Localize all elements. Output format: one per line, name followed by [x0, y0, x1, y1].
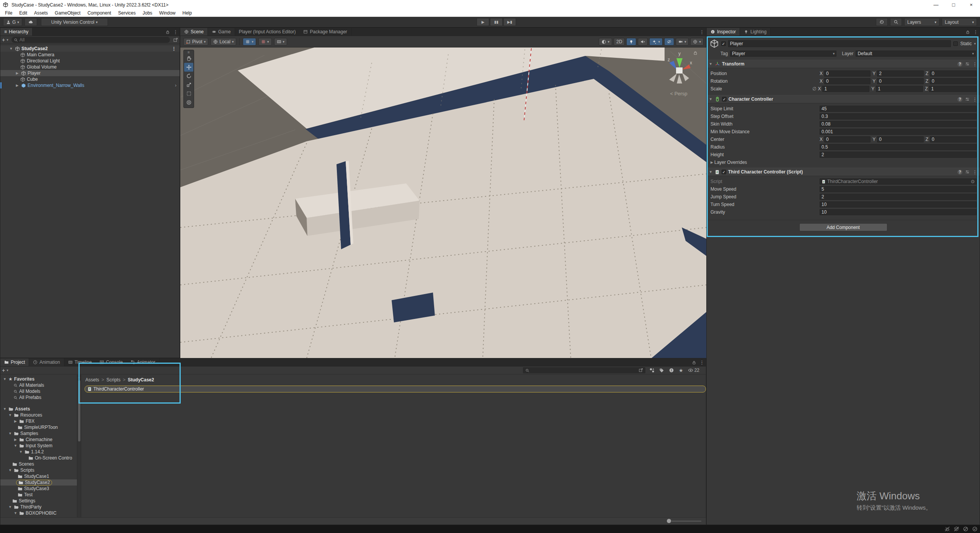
- step-offset-field[interactable]: 0.3: [820, 113, 977, 119]
- static-checkbox[interactable]: [953, 41, 958, 46]
- tree-scrollbar[interactable]: ▲: [77, 375, 81, 517]
- jump-speed-field[interactable]: 2: [820, 194, 977, 200]
- project-search[interactable]: [523, 367, 645, 373]
- scrollbar-handle[interactable]: [78, 380, 80, 441]
- search-by-type-icon[interactable]: [649, 368, 655, 373]
- presets-icon[interactable]: [965, 170, 970, 174]
- global-search-button[interactable]: [890, 18, 902, 26]
- cloud-button[interactable]: [24, 18, 37, 26]
- scale-tool[interactable]: [184, 80, 193, 89]
- menu-component[interactable]: Component: [84, 10, 114, 16]
- component-enabled-checkbox[interactable]: ✓: [722, 170, 726, 174]
- tree-1-14-2[interactable]: ▼1.14.2: [0, 449, 77, 455]
- static-flags-caret[interactable]: ▾: [974, 42, 976, 46]
- account-button[interactable]: G ▾: [3, 18, 22, 26]
- tree-settings[interactable]: Settings: [0, 498, 77, 504]
- open-new-window-icon[interactable]: [639, 368, 643, 373]
- center-z-field[interactable]: 0: [930, 136, 977, 142]
- tree-samples[interactable]: ▼Samples: [0, 430, 77, 437]
- hierarchy-search-input[interactable]: [20, 37, 168, 43]
- hierarchy-item-global-volume[interactable]: Global Volume: [0, 64, 180, 70]
- menu-help[interactable]: Help: [179, 10, 196, 16]
- help-icon[interactable]: ?: [957, 170, 962, 175]
- transform-header[interactable]: ▼ Transform ? ⋮: [707, 60, 980, 68]
- help-icon[interactable]: ?: [957, 97, 962, 102]
- tree-test[interactable]: Test: [0, 492, 77, 498]
- rotation-z-field[interactable]: 0: [930, 78, 977, 84]
- debugger-detached-icon[interactable]: [944, 526, 950, 532]
- tree-fbx[interactable]: ▶FBX: [0, 418, 77, 424]
- layout-dropdown[interactable]: Layout ▾: [942, 18, 977, 26]
- restore-button[interactable]: □: [945, 0, 962, 10]
- kebab-menu-icon[interactable]: ⋮: [972, 169, 977, 175]
- scene-canvas[interactable]: [180, 47, 707, 358]
- shading-mode-dropdown[interactable]: ▾: [599, 38, 612, 46]
- skin-width-field[interactable]: 0.08: [820, 121, 977, 127]
- hidden-count[interactable]: 22: [688, 368, 699, 373]
- layer-dropdown[interactable]: Default▾: [856, 51, 976, 57]
- y-axis-cone[interactable]: [676, 58, 683, 68]
- breadcrumb-scripts[interactable]: Scripts: [106, 377, 121, 383]
- tree-scripts[interactable]: ▼Scripts: [0, 467, 77, 473]
- tree-studycase2-selected[interactable]: StudyCase2: [0, 479, 77, 486]
- undo-history-button[interactable]: [876, 18, 888, 26]
- menu-services[interactable]: Services: [114, 10, 139, 16]
- scale-y-field[interactable]: 1: [876, 86, 923, 92]
- foldout-open-icon[interactable]: ▼: [709, 170, 713, 174]
- camera-settings-dropdown[interactable]: ▾: [676, 38, 689, 46]
- slider-knob[interactable]: [667, 519, 671, 523]
- favorite-all-materials[interactable]: All Materials: [0, 382, 77, 388]
- kebab-menu-icon[interactable]: ⋮: [172, 46, 176, 52]
- gizmo-gray-cone[interactable]: [669, 74, 677, 82]
- cache-server-disabled-icon[interactable]: [954, 526, 959, 532]
- local-toggle[interactable]: Local ▾: [211, 38, 236, 46]
- status-ok-icon[interactable]: [972, 526, 978, 532]
- script-reference-field[interactable]: ThirdCharacterController ⊙: [820, 178, 977, 185]
- rotation-y-field[interactable]: 0: [877, 78, 923, 84]
- tab-game[interactable]: Game: [208, 28, 235, 36]
- foldout-closed-icon[interactable]: ▶: [15, 71, 20, 75]
- tab-project[interactable]: Project: [0, 358, 29, 366]
- constrain-proportions-icon[interactable]: ∅: [812, 86, 816, 92]
- tree-boxophobic[interactable]: ▼BOXOPHOBIC: [0, 510, 77, 516]
- foldout-open-icon[interactable]: ▼: [709, 62, 713, 66]
- tab-lighting[interactable]: Lighting: [740, 28, 771, 36]
- scale-z-field[interactable]: 1: [929, 86, 977, 92]
- gizmo-gray-cone[interactable]: [682, 73, 689, 81]
- breadcrumb-studycase2[interactable]: StudyCase2: [128, 377, 154, 383]
- rotation-x-field[interactable]: 0: [824, 78, 871, 84]
- menu-file[interactable]: File: [2, 10, 16, 16]
- gizmo-center-cube[interactable]: [676, 67, 683, 74]
- tree-scenes[interactable]: Scenes: [0, 461, 77, 467]
- kebab-menu-icon[interactable]: ⋮: [699, 360, 704, 365]
- tree-input-system[interactable]: ▼Input System: [0, 443, 77, 449]
- play-button[interactable]: ▶: [477, 18, 489, 26]
- scene-lighting-toggle[interactable]: [626, 38, 636, 46]
- foldout-open-icon[interactable]: ▼: [9, 47, 13, 51]
- lock-icon[interactable]: [165, 30, 170, 34]
- tree-studycase3[interactable]: StudyCase3: [0, 486, 77, 492]
- increment-snap-button[interactable]: ▾: [274, 38, 287, 46]
- lock-icon[interactable]: [692, 360, 696, 365]
- kebab-menu-icon[interactable]: ⋮: [973, 29, 978, 35]
- orientation-gizmo[interactable]: y z x < Persp: [658, 51, 700, 100]
- scene-audio-toggle[interactable]: [638, 38, 648, 46]
- create-button[interactable]: +: [2, 37, 5, 43]
- tree-cinemachine[interactable]: ▶Cinemachine: [0, 437, 77, 443]
- tree-thirdparty[interactable]: ▼ThirdParty: [0, 504, 77, 510]
- gameobject-cube-icon[interactable]: [710, 39, 719, 48]
- tab-inspector[interactable]: Inspector: [707, 28, 740, 36]
- tab-timeline[interactable]: Timeline: [64, 358, 96, 366]
- hierarchy-item-cube[interactable]: Cube: [0, 76, 180, 82]
- effects-dropdown[interactable]: ▾: [649, 38, 663, 46]
- object-picker-icon[interactable]: ⊙: [971, 179, 975, 184]
- hand-tool[interactable]: [184, 54, 193, 63]
- tab-hierarchy[interactable]: ≡ Hierarchy: [0, 28, 33, 36]
- menu-window[interactable]: Window: [156, 10, 179, 16]
- rotate-tool[interactable]: [184, 72, 193, 80]
- script-component-header[interactable]: ▼ ✓ Third Character Controller (Script) …: [707, 168, 980, 176]
- transform-tool[interactable]: [184, 98, 193, 107]
- version-control-dropdown[interactable]: Unity Version Control ▾: [41, 18, 108, 26]
- favorite-all-prefabs[interactable]: All Prefabs: [0, 394, 77, 401]
- tag-dropdown[interactable]: Player▾: [730, 51, 836, 57]
